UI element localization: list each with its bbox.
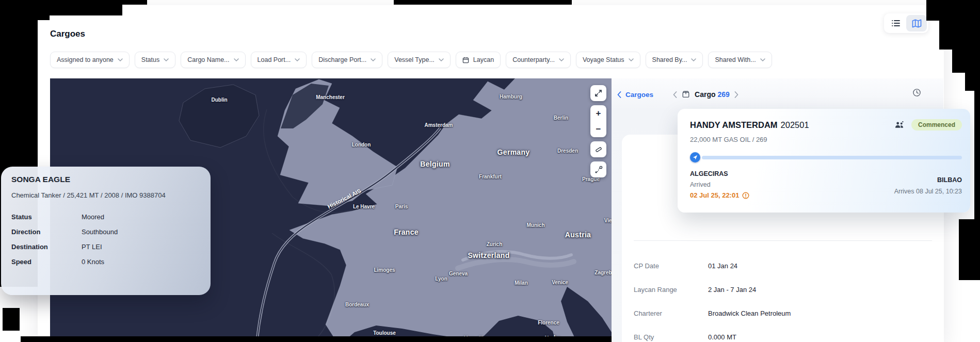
filter-label: Voyage Status [583,56,624,63]
filter-load-port[interactable]: Load Port... [251,52,307,68]
detail-value: 0.000 MT [708,333,736,341]
card-voyage-code: 202501 [781,120,809,129]
attr-value: 0 Knots [82,257,104,266]
filter-assigned[interactable]: Assigned to anyone [50,52,130,68]
origin-port: ALGECIRAS [690,170,749,177]
shared-users-icon[interactable] [894,121,904,129]
torn-edge-right-notch [959,219,980,280]
filter-voyage-status[interactable]: Voyage Status [576,52,640,68]
torn-edge-right [974,88,980,223]
torn-edge-bottom-left [3,308,20,331]
screenshot-stage: Cargoes Assigned to anyone Status Cargo … [0,0,980,342]
list-view-button[interactable] [886,15,906,31]
filter-shared-with[interactable]: Shared With... [708,52,772,68]
filter-shared-by[interactable]: Shared By... [646,52,703,68]
back-label: Cargoes [625,91,653,99]
back-to-cargoes-link[interactable]: Cargoes [617,91,653,99]
clock-icon [912,88,921,97]
ports-row: ALGECIRAS Arrived 02 Jul 25, 22:01 BILBA… [690,170,962,199]
destination-port-block: BILBAO Arrives 08 Jul 25, 10:23 [894,176,962,199]
chevron-down-icon [691,58,696,61]
chevron-down-icon [234,58,239,61]
detail-row: BL Qty0.000 MT [634,333,791,341]
card-vessel-name: HANDY AMSTERDAM [690,120,778,129]
filter-label: Vessel Type... [394,56,435,63]
zoom-out-button[interactable]: − [590,121,606,137]
detail-value: Broadwick Clean Petroleum [708,309,791,318]
filter-label: Status [141,56,159,63]
chevron-down-icon [439,58,444,61]
map-expand-button[interactable] [590,85,606,101]
calendar-icon [462,57,469,63]
filter-label: Shared With... [715,56,756,63]
filter-discharge-port[interactable]: Discharge Port... [312,52,382,68]
entity-id: 269 [717,90,729,99]
map-view-button[interactable] [906,15,927,31]
map-measure-button[interactable] [590,141,606,157]
list-icon [891,19,901,27]
detail-label: BL Qty [634,333,708,341]
filter-vessel-type[interactable]: Vessel Type... [388,52,451,68]
warning-icon [742,192,749,199]
status-badge: Commenced [911,119,962,131]
next-cargo-button[interactable] [734,91,738,98]
torn-edge-bottom [21,336,612,342]
attr-value: Moored [82,213,104,221]
cargo-summary-card[interactable]: HANDY AMSTERDAM202501 Commenced 22,000 M… [678,109,970,213]
detail-label: Charterer [634,309,708,318]
attr-value: Southbound [82,227,118,236]
vessel-attributes: StatusMoored DirectionSouthbound Destina… [11,213,200,266]
attr-label: Destination [11,242,82,251]
attr-value: PT LEI [82,242,102,251]
package-icon [682,90,690,99]
map-icon [912,19,922,28]
vessel-attr-row: StatusMoored [11,213,200,221]
filter-cargo-name[interactable]: Cargo Name... [181,52,245,68]
attr-label: Status [11,213,82,221]
destination-port: BILBAO [894,176,962,184]
origin-status: Arrived [690,181,749,188]
vessel-attr-row: DirectionSouthbound [11,227,200,236]
chevron-down-icon [295,58,300,61]
detail-row: Laycan Range2 Jan - 7 Jan 24 [634,285,791,294]
origin-port-block: ALGECIRAS Arrived 02 Jul 25, 22:01 [690,170,749,199]
chevron-left-icon [617,91,621,98]
filter-laycan[interactable]: Laycan [456,52,501,68]
card-title: HANDY AMSTERDAM202501 [690,120,809,130]
chevron-down-icon [629,58,634,61]
filter-status[interactable]: Status [135,52,175,68]
filter-label: Assigned to anyone [57,56,114,63]
chevron-down-icon [559,58,564,61]
origin-time: 02 Jul 25, 22:01 [690,191,749,199]
destination-eta: Arrives 08 Jul 25, 10:23 [894,188,962,195]
filter-label: Laycan [473,56,494,63]
progress-track [702,156,962,159]
view-toggle [884,13,928,33]
zoom-in-button[interactable]: + [590,105,606,121]
chevron-down-icon [760,58,765,61]
cargo-details-list: CP Date01 Jan 24 Laycan Range2 Jan - 7 J… [634,262,791,341]
filter-label: Load Port... [258,56,291,63]
send-icon [693,155,698,160]
cargo-pager: Cargo269 [673,90,738,99]
map-route-button[interactable] [590,161,606,177]
filter-bar: Assigned to anyone Status Cargo Name... … [50,52,772,68]
filter-label: Shared By... [652,56,687,63]
filter-counterparty[interactable]: Counterparty... [506,52,571,68]
section-divider [634,240,932,241]
entity-label: Cargo [695,90,715,99]
torn-edge-top [394,0,572,5]
origin-time-text: 02 Jul 25, 22:01 [690,191,739,199]
vessel-tooltip: SONGA EAGLE Chemical Tanker / 25,421 MT … [1,167,211,295]
chevron-down-icon [371,58,376,61]
map-zoom-control: + − [590,105,606,137]
measure-icon [595,145,603,154]
expand-icon [595,89,602,97]
detail-row: ChartererBroadwick Clean Petroleum [634,309,791,318]
filter-label: Cargo Name... [187,56,229,63]
detail-value: 01 Jan 24 [708,262,737,270]
prev-cargo-button[interactable] [673,91,677,98]
attr-label: Speed [11,257,82,266]
attr-label: Direction [11,227,82,236]
history-clock-button[interactable] [912,88,921,97]
